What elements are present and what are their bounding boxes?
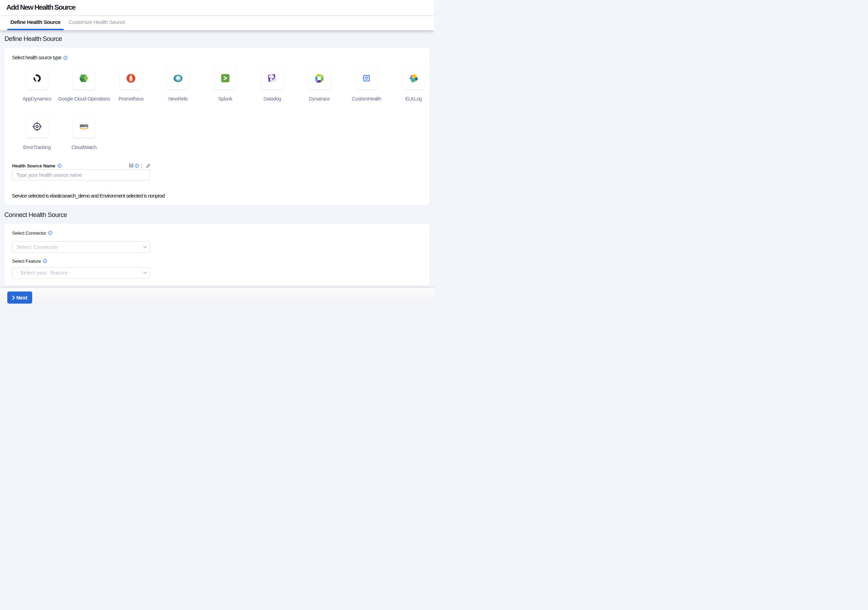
svg-text:aws: aws	[80, 123, 88, 128]
